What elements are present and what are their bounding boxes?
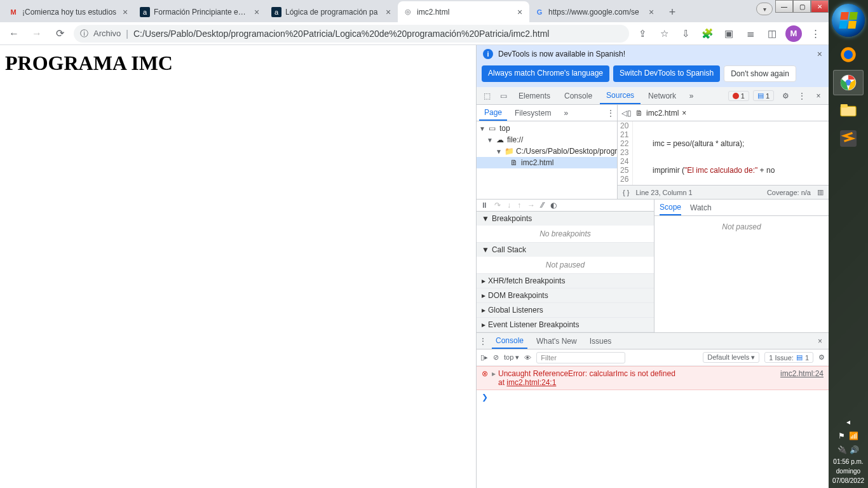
dont-show-button[interactable]: Don't show again: [724, 65, 796, 82]
always-match-button[interactable]: Always match Chrome's language: [482, 65, 609, 82]
close-window-button[interactable]: ✕: [811, 0, 829, 13]
minimize-button[interactable]: —: [775, 0, 793, 13]
tree-top[interactable]: ▼▭top: [477, 123, 617, 134]
nav-tab-page[interactable]: Page: [479, 105, 507, 121]
drawer-tab-issues[interactable]: Issues: [586, 337, 616, 346]
tab-google[interactable]: G https://www.google.com/se ×: [529, 1, 661, 22]
sidebar-toggle-icon[interactable]: ▯▸: [480, 353, 488, 362]
breakpoints-section[interactable]: ▼Breakpoints No breakpoints: [477, 212, 654, 243]
close-icon[interactable]: ×: [647, 8, 656, 17]
tab-scope[interactable]: Scope: [660, 200, 681, 215]
step-into-icon[interactable]: ↓: [507, 201, 511, 210]
explorer-icon[interactable]: [833, 98, 864, 123]
braces-icon[interactable]: { }: [623, 189, 629, 196]
tab-gmail[interactable]: M ¡Comienza hoy tus estudios ×: [3, 1, 135, 22]
pause-exceptions-icon[interactable]: ◐: [550, 201, 557, 210]
console-prompt[interactable]: ❯: [477, 390, 829, 404]
flag-icon[interactable]: ⚑: [838, 430, 845, 442]
menu-icon[interactable]: ⋮: [807, 25, 824, 42]
cast-icon[interactable]: ▣: [721, 25, 737, 42]
show-hidden-icon[interactable]: ◂: [846, 416, 850, 428]
tree-scheme[interactable]: ▼☁file://: [477, 134, 617, 146]
volume-icon[interactable]: 🔊: [850, 444, 859, 456]
more-tabs-icon[interactable]: »: [684, 88, 699, 104]
callstack-section[interactable]: ▼Call Stack Not paused: [477, 243, 654, 274]
profile-avatar[interactable]: M: [785, 25, 802, 42]
gear-icon[interactable]: ⚙: [778, 88, 793, 104]
tab-network[interactable]: Network: [642, 87, 682, 104]
clear-console-icon[interactable]: ⊘: [493, 353, 499, 362]
chevron-down-icon[interactable]: ▾: [756, 3, 773, 15]
tab-watch[interactable]: Watch: [690, 203, 712, 212]
maximize-button[interactable]: ▢: [793, 0, 811, 13]
windows-taskbar[interactable]: ◂ ⚑📶 🔌🔊 01:56 p.m. domingo 07/08/2022: [829, 0, 868, 488]
nav-tab-filesystem[interactable]: Filesystem: [510, 105, 556, 121]
tab-formacion[interactable]: a Formación Principiante en P ×: [135, 1, 266, 22]
drawer-menu-icon[interactable]: ⋮: [479, 337, 487, 346]
share-icon[interactable]: ⇪: [634, 25, 651, 42]
chrome-icon[interactable]: [833, 70, 864, 95]
close-icon[interactable]: ×: [252, 8, 261, 17]
tab-sources[interactable]: Sources: [600, 87, 641, 104]
start-button[interactable]: [832, 4, 865, 37]
console-output[interactable]: ⊗ ▸ Uncaught ReferenceError: calcularImc…: [477, 366, 829, 488]
deactivate-bp-icon[interactable]: ⁄⁄: [541, 201, 544, 210]
reload-button[interactable]: ⟳: [51, 25, 69, 43]
inspect-icon[interactable]: ⬚: [479, 88, 494, 104]
close-icon[interactable]: ×: [384, 8, 393, 17]
tree-folder[interactable]: ▼📁C:/Users/Pablo/Desktop/progra: [477, 146, 617, 157]
tab-logica[interactable]: a Lógica de programación pa ×: [266, 1, 398, 22]
coverage-icon[interactable]: ▥: [817, 188, 824, 196]
step-out-icon[interactable]: ↑: [517, 201, 521, 210]
download-icon[interactable]: ⇩: [677, 25, 694, 42]
device-icon[interactable]: ▭: [496, 88, 511, 104]
editor-tab-imc2[interactable]: 🗎imc2.html×: [635, 109, 686, 118]
xhr-bp-section[interactable]: ▸XHR/fetch Breakpoints: [477, 274, 654, 288]
expand-icon[interactable]: ▸: [492, 369, 496, 387]
issues-indicator[interactable]: 1 Issue:▤1: [764, 352, 813, 363]
network-icon[interactable]: 📶: [849, 430, 858, 442]
switch-spanish-button[interactable]: Switch DevTools to Spanish: [613, 65, 720, 82]
issue-badge[interactable]: ▤1: [753, 90, 774, 101]
gear-icon[interactable]: ⚙: [818, 353, 825, 362]
reading-list-icon[interactable]: ≣: [742, 25, 759, 42]
nav-back-icon[interactable]: ◁▯: [621, 109, 632, 118]
system-tray[interactable]: ◂ ⚑📶 🔌🔊 01:56 p.m. domingo 07/08/2022: [831, 412, 865, 488]
new-tab-button[interactable]: +: [663, 3, 681, 21]
global-listeners-section[interactable]: ▸Global Listeners: [477, 303, 654, 318]
power-icon[interactable]: 🔌: [837, 444, 847, 456]
back-button[interactable]: ←: [5, 25, 23, 43]
drawer-tab-whatsnew[interactable]: What's New: [532, 337, 581, 346]
star-icon[interactable]: ☆: [656, 25, 672, 42]
sublime-icon[interactable]: [833, 126, 864, 151]
close-icon[interactable]: ×: [515, 8, 524, 17]
kebab-icon[interactable]: ⋮: [607, 109, 614, 118]
dom-bp-section[interactable]: ▸DOM Breakpoints: [477, 288, 654, 303]
live-expression-icon[interactable]: 👁: [524, 354, 531, 362]
side-panel-icon[interactable]: ◫: [764, 25, 780, 42]
close-icon[interactable]: ×: [682, 109, 686, 118]
clock-time[interactable]: 01:56 p.m.: [832, 457, 864, 466]
drawer-tab-console[interactable]: Console: [492, 333, 527, 349]
tree-file[interactable]: 🗎imc2.html: [477, 157, 617, 168]
step-icon[interactable]: →: [527, 201, 535, 210]
info-icon[interactable]: ⓘ: [80, 28, 88, 39]
firefox-icon[interactable]: [833, 42, 864, 67]
address-bar[interactable]: ⓘ Archivo | C:/Users/Pablo/Desktop/progr…: [74, 25, 629, 43]
console-error-row[interactable]: ⊗ ▸ Uncaught ReferenceError: calcularImc…: [477, 366, 829, 390]
forward-button[interactable]: →: [28, 25, 46, 43]
tab-elements[interactable]: Elements: [512, 87, 557, 104]
log-levels-selector[interactable]: Default levels ▾: [703, 352, 759, 363]
close-drawer-icon[interactable]: ×: [814, 337, 826, 346]
tab-console[interactable]: Console: [558, 87, 599, 104]
close-icon[interactable]: ×: [121, 8, 130, 17]
step-over-icon[interactable]: ↷: [494, 201, 501, 210]
pause-icon[interactable]: ⏸: [480, 201, 488, 210]
event-listener-bp-section[interactable]: ▸Event Listener Breakpoints: [477, 318, 654, 332]
code-editor[interactable]: 20 21 22 23 24 25 26 27 imc = peso: [618, 121, 829, 185]
close-icon[interactable]: ×: [817, 49, 822, 59]
extensions-icon[interactable]: 🧩: [699, 25, 715, 42]
error-badge[interactable]: 1: [728, 91, 749, 101]
more-icon[interactable]: ⋮: [794, 88, 810, 104]
more-icon[interactable]: »: [559, 105, 573, 121]
